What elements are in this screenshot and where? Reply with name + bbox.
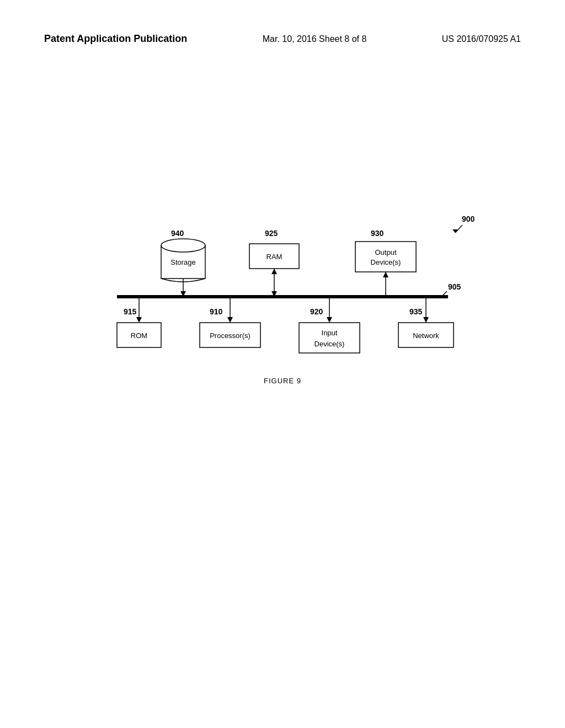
input-label-line2: Device(s)	[315, 340, 345, 348]
storage-label: Storage	[170, 258, 196, 266]
ram-label: RAM	[266, 253, 282, 261]
ref-920-label: 920	[310, 307, 323, 316]
rom-label: ROM	[131, 331, 147, 340]
diagram: 900 905 940 Storage	[84, 210, 481, 397]
input-box	[299, 323, 360, 353]
publication-label: Patent Application Publication	[44, 33, 187, 45]
output-bus-arrow	[383, 272, 388, 277]
output-label-line1: Output	[375, 248, 396, 256]
diagram-container: 900 905 940 Storage	[0, 210, 565, 397]
ref-930-label: 930	[371, 229, 384, 238]
sheet-info: Mar. 10, 2016 Sheet 8 of 8	[263, 34, 367, 44]
ref-935-label: 935	[409, 307, 423, 316]
storage-cylinder-top	[161, 239, 205, 252]
page: Patent Application Publication Mar. 10, …	[0, 0, 565, 728]
ref-940-label: 940	[171, 229, 184, 238]
ref-905-label: 905	[448, 282, 461, 291]
figure-label: FIGURE 9	[264, 377, 301, 385]
ref-925-label: 925	[265, 229, 278, 238]
input-bus-arrow	[327, 317, 332, 323]
processor-bus-arrow	[227, 317, 233, 323]
ref-910-label: 910	[210, 307, 223, 316]
svg-line-0	[455, 225, 462, 233]
rom-bus-arrow	[136, 317, 142, 323]
header: Patent Application Publication Mar. 10, …	[0, 33, 565, 45]
patent-number: US 2016/070925 A1	[442, 34, 521, 44]
ram-bus-up-arrow	[271, 269, 277, 274]
network-label: Network	[413, 331, 439, 340]
input-label-line1: Input	[322, 329, 338, 337]
processor-label: Processor(s)	[210, 331, 250, 340]
ref-915-label: 915	[124, 307, 137, 316]
bus-line	[117, 295, 448, 298]
ref-900-label: 900	[462, 215, 475, 223]
network-bus-arrow	[423, 317, 429, 323]
output-label-line2: Device(s)	[371, 258, 401, 266]
diagram-svg: 900 905 940 Storage	[84, 210, 481, 397]
output-box	[355, 242, 416, 272]
